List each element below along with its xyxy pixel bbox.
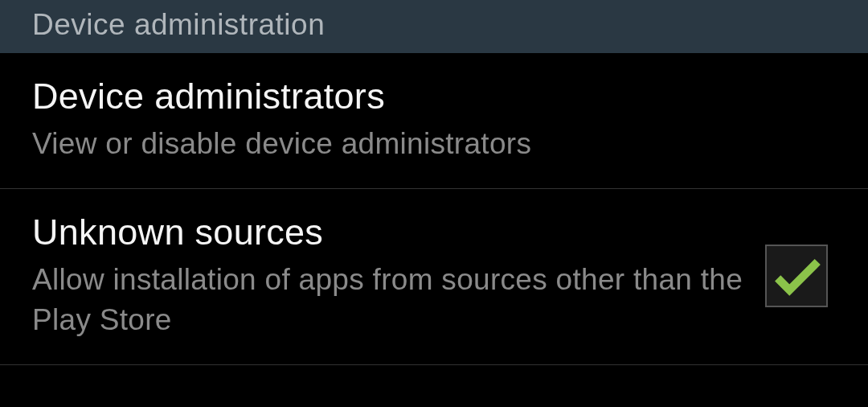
unknown-sources-subtitle: Allow installation of apps from sources …	[32, 260, 749, 340]
unknown-sources-title: Unknown sources	[32, 212, 749, 253]
checkmark-icon	[768, 248, 825, 304]
unknown-sources-item[interactable]: Unknown sources Allow installation of ap…	[0, 189, 868, 365]
settings-text-block: Unknown sources Allow installation of ap…	[32, 212, 765, 340]
device-administrators-item[interactable]: Device administrators View or disable de…	[0, 53, 868, 189]
settings-text-block: Device administrators View or disable de…	[32, 76, 836, 164]
section-header: Device administration	[0, 0, 868, 53]
unknown-sources-checkbox[interactable]	[765, 245, 828, 307]
device-administrators-subtitle: View or disable device administrators	[32, 124, 820, 164]
device-administrators-title: Device administrators	[32, 76, 820, 117]
